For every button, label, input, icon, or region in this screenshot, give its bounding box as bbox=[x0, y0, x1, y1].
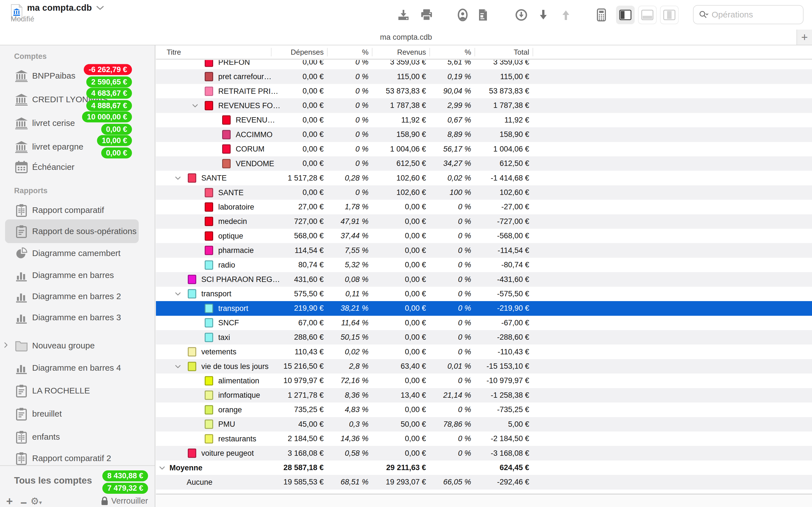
search-input[interactable] bbox=[712, 10, 798, 19]
sidebar-report-diagramme-en-barres[interactable]: Diagramme en barres bbox=[5, 263, 139, 287]
total-cell: 102,60 € bbox=[475, 188, 533, 197]
table-row-informatique[interactable]: informatique1 271,78 €8,36 %13,40 €21,14… bbox=[156, 388, 812, 402]
row-expand-chevron-icon[interactable] bbox=[174, 174, 181, 182]
table-row-accimmo[interactable]: ACCIMMO0,00 €0 %158,90 €8,89 %158,90 € bbox=[156, 127, 812, 142]
sidebar-account-échéancier[interactable]: Échéancier bbox=[5, 155, 139, 179]
row-expand-chevron-icon[interactable] bbox=[174, 290, 181, 298]
table-row-pharmacie[interactable]: pharmacie114,54 €7,55 %0,00 €0 %-114,54 … bbox=[156, 243, 812, 258]
export-button[interactable] bbox=[395, 6, 412, 24]
table-row-prefon[interactable]: PREFON0,00 €0 %3 359,03 €5,61 %3 359,03 … bbox=[156, 60, 812, 69]
sidebar-account-livret-cerise[interactable]: livret cerise 10 000,00 €0,00 € bbox=[5, 111, 139, 135]
column-header-5[interactable]: Total bbox=[475, 45, 533, 59]
row-expand-chevron-icon[interactable] bbox=[159, 463, 165, 472]
table-row-vie-de-tous-les-jours[interactable]: vie de tous les jours15 216,50 €2,8 %63,… bbox=[156, 359, 812, 374]
table-row-laboratoire[interactable]: laboratoire27,00 €1,78 %0,00 €0 %-27,00 … bbox=[156, 200, 812, 214]
sidebar-report-nouveau-groupe[interactable]: Nouveau groupe bbox=[5, 334, 139, 357]
table-row-sci-pharaon-reg[interactable]: SCI PHARAON REG…431,60 €0,08 %0,00 €0 %-… bbox=[156, 272, 812, 286]
table-row-restaurants[interactable]: restaurants2 184,50 €14,36 %0,00 €0 %-2 … bbox=[156, 432, 812, 446]
category-color-swatch bbox=[222, 159, 231, 168]
table-row-vendome[interactable]: VENDOME0,00 €0 %612,50 €34,27 %612,50 € bbox=[156, 156, 812, 171]
sidebar-report-diagramme-en-barres-2[interactable]: Diagramme en barres 2 bbox=[5, 284, 139, 308]
row-expand-chevron-icon[interactable] bbox=[174, 362, 181, 371]
sidebar-account-bnppaibas[interactable]: BNPPaibas -6 262,79 €2 590,65 € bbox=[5, 64, 139, 88]
lock-control[interactable]: Verrouiller bbox=[101, 496, 148, 506]
layout-right-toggle[interactable] bbox=[660, 6, 679, 24]
download-circle-button[interactable] bbox=[513, 6, 530, 24]
depenses-cell: 27,00 € bbox=[271, 203, 327, 211]
category-label: vie de tous les jours bbox=[201, 362, 269, 371]
horizontal-scrollbar-track[interactable] bbox=[156, 494, 812, 507]
layout-sidebar-toggle[interactable] bbox=[616, 6, 635, 24]
column-header-3[interactable]: Revenus bbox=[372, 45, 430, 59]
category-color-swatch bbox=[205, 376, 213, 385]
table-row-moyenne[interactable]: Moyenne28 587,18 €29 211,63 €624,45 € bbox=[156, 460, 812, 475]
print-button[interactable] bbox=[418, 6, 435, 24]
sidebar-report-rapport-de-sous-opérations[interactable]: Rapport de sous-opérations bbox=[5, 219, 139, 243]
clipboard-lines-icon bbox=[15, 224, 28, 238]
revenus-cell: 1 004,06 € bbox=[372, 145, 430, 154]
move-up-button[interactable] bbox=[557, 6, 574, 24]
new-tab-button[interactable]: + bbox=[797, 30, 812, 45]
row-expand-chevron-icon[interactable] bbox=[192, 101, 199, 110]
calculator-button[interactable] bbox=[593, 6, 610, 24]
column-header-titre[interactable]: Titre bbox=[156, 45, 271, 59]
depenses-pct-cell: 11,64 % bbox=[327, 319, 372, 327]
table-row-revenu[interactable]: REVENU…0,00 €0 %11,92 €0,67 %11,92 € bbox=[156, 113, 812, 127]
gear-menu-button[interactable]: ⚙▾ bbox=[31, 496, 42, 507]
sidebar-report-diagramme-en-barres-3[interactable]: Diagramme en barres 3 bbox=[5, 305, 139, 329]
contacts-button[interactable] bbox=[454, 6, 471, 24]
table-row-orange[interactable]: orange735,25 €4,83 %0,00 €0 %-735,25 € bbox=[156, 402, 812, 417]
table-row-retraite-pri[interactable]: RETRAITE PRI…0,00 €0 %53 873,83 €90,04 %… bbox=[156, 84, 812, 98]
sidebar-report-diagramme-camembert[interactable]: Diagramme camembert bbox=[5, 241, 139, 265]
sidebar-report-la-rochelle[interactable]: LA ROCHELLE bbox=[5, 379, 139, 402]
sidebar-report-rapport-comparatif-2[interactable]: Rapport comparatif 2 bbox=[5, 446, 139, 470]
table-row-sncf[interactable]: SNCF67,00 €11,64 %0,00 €0 %-67,00 € bbox=[156, 316, 812, 330]
category-color-swatch bbox=[205, 304, 213, 313]
move-down-button[interactable] bbox=[535, 6, 552, 24]
table-viewport[interactable]: PREFON0,00 €0 %3 359,03 €5,61 %3 359,03 … bbox=[156, 60, 812, 494]
layout-bottom-toggle[interactable] bbox=[638, 6, 657, 24]
table-row-vetements[interactable]: vetements110,43 €0,02 %0,00 €0 %-110,43 … bbox=[156, 344, 812, 359]
table-row-transport[interactable]: transport575,50 €0,11 %0,00 €0 %-575,50 … bbox=[156, 287, 812, 301]
app-window: ma compta.cdb Modifié bbox=[0, 0, 812, 507]
table-row-sante[interactable]: SANTE0,00 €0 %102,60 €100 %102,60 € bbox=[156, 185, 812, 200]
table-row-alimentation[interactable]: alimentation10 979,97 €72,16 %0,00 €0 %-… bbox=[156, 374, 812, 388]
sidebar-account-credit-lyonnais[interactable]: CREDIT LYONNAIS 4 683,67 €4 888,67 € bbox=[5, 88, 139, 111]
revenus-cell: 0,00 € bbox=[372, 275, 430, 284]
search-field[interactable] bbox=[693, 5, 804, 24]
column-header-1[interactable]: Dépenses bbox=[271, 45, 327, 59]
table-row-medecin[interactable]: medecin727,00 €47,91 %0,00 €0 %-727,00 € bbox=[156, 214, 812, 229]
revenus-pct-cell: 0 % bbox=[430, 405, 475, 414]
table-row-optique[interactable]: optique568,00 €37,44 %0,00 €0 %-568,00 € bbox=[156, 229, 812, 243]
expand-chevron-icon[interactable] bbox=[3, 341, 8, 350]
document-title-block[interactable]: ma compta.cdb Modifié bbox=[10, 3, 104, 23]
table-row-pmu[interactable]: PMU45,00 €0,3 %50,00 €78,86 %5,00 € bbox=[156, 417, 812, 432]
table-row-sante[interactable]: SANTE1 517,28 €0,28 %102,60 €0,02 %-1 41… bbox=[156, 171, 812, 185]
column-header-4[interactable]: % bbox=[430, 45, 475, 59]
all-accounts-label[interactable]: Tous les comptes bbox=[14, 475, 92, 486]
revenus-pct-cell: 0 % bbox=[430, 319, 475, 327]
add-button[interactable]: + bbox=[6, 496, 13, 507]
total-cell: -568,00 € bbox=[475, 231, 533, 240]
remove-button[interactable]: − bbox=[20, 497, 27, 507]
column-header-2[interactable]: % bbox=[327, 45, 372, 59]
tab-title[interactable]: ma compta.cdb bbox=[0, 30, 812, 45]
table-row-corum[interactable]: CORUM0,00 €0 %1 004,06 €56,17 %1 004,06 … bbox=[156, 142, 812, 156]
table-row-taxi[interactable]: taxi288,60 €50,15 %0,00 €0 %-288,60 € bbox=[156, 330, 812, 344]
sidebar-report-enfants[interactable]: enfants bbox=[5, 425, 139, 449]
sidebar-report-rapport-comparatif[interactable]: Rapport comparatif bbox=[5, 198, 139, 222]
table-row-pret-carrefour[interactable]: pret carrefour…0,00 €0 %115,00 €0,19 %11… bbox=[156, 69, 812, 83]
table-row-aucune[interactable]: Aucune19 585,53 €68,51 %19 293,07 €66,05… bbox=[156, 475, 812, 489]
title-chevron-down-icon[interactable] bbox=[96, 5, 104, 11]
sidebar-report-breuillet[interactable]: breuillet bbox=[5, 402, 139, 426]
table-row-transport[interactable]: transport219,90 €38,21 %0,00 €0 %-219,90… bbox=[156, 301, 812, 316]
report-document-button[interactable] bbox=[474, 6, 492, 24]
table-row-radio[interactable]: radio80,74 €5,32 %0,00 €0 %-80,74 € bbox=[156, 258, 812, 272]
table-row-revenues-fo[interactable]: REVENUES FO…0,00 €0 %1 787,38 €2,99 %1 7… bbox=[156, 98, 812, 113]
category-label: VENDOME bbox=[236, 159, 274, 168]
sidebar-report-diagramme-en-barres-4[interactable]: Diagramme en barres 4 bbox=[5, 356, 139, 380]
revenus-cell: 53 873,83 € bbox=[372, 87, 430, 96]
table-row-voiture-peugeot[interactable]: voiture peugeot3 168,08 €0,58 %0,00 €0 %… bbox=[156, 446, 812, 460]
balance-badge: 2 590,65 € bbox=[86, 76, 132, 88]
tab-bar: ma compta.cdb + bbox=[0, 30, 812, 45]
